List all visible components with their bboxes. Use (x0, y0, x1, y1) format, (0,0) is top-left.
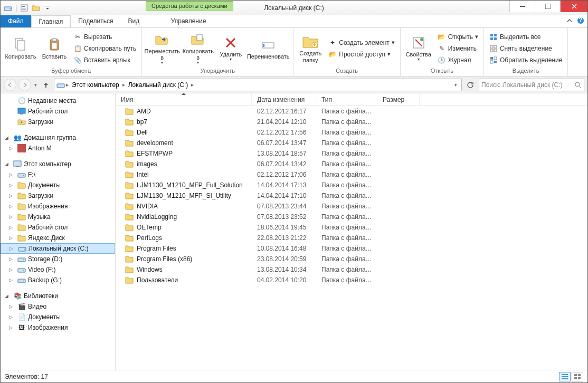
properties-button[interactable]: Свойства▾ (404, 30, 433, 66)
copy-button[interactable]: Копировать (4, 30, 37, 66)
folder-icon (125, 171, 134, 178)
edit-button[interactable]: ✎Изменить (435, 43, 480, 54)
file-row[interactable]: EFSTMPWP13.08.2014 18:57Папка с файлами (116, 148, 587, 159)
sidebar-drive-item[interactable]: ▷Локальный диск (C:) (1, 243, 115, 254)
qat-dropdown-icon[interactable] (43, 4, 52, 12)
sidebar-library-item[interactable]: ▷🎬Видео (1, 301, 115, 312)
column-name[interactable]: Имя (116, 93, 252, 106)
paste-shortcut-button[interactable]: 📎Вставить ярлык (71, 55, 138, 65)
file-name: images (137, 160, 157, 168)
maximize-button[interactable] (535, 1, 560, 12)
view-icons-button[interactable] (572, 372, 583, 381)
search-icon[interactable] (574, 81, 582, 89)
sidebar-drive-item[interactable]: ▷F:\ (1, 169, 115, 180)
chevron-right-icon[interactable]: ▸ (66, 82, 69, 88)
file-row[interactable]: LJM1130_M1210_MFP_Full_Solution14.04.201… (116, 180, 587, 190)
breadcrumb-current[interactable]: Локальный диск (C:) (126, 81, 191, 89)
file-row[interactable]: Windows13.08.2014 10:34Папка с файлами (116, 264, 587, 275)
folder-icon (125, 108, 134, 115)
refresh-button[interactable] (464, 79, 477, 91)
delete-icon (222, 34, 239, 51)
minimize-button[interactable] (509, 1, 535, 12)
sidebar-drive-item[interactable]: ▷Изображения (1, 201, 115, 212)
tab-file[interactable]: Файл (1, 15, 31, 27)
file-row[interactable]: development06.07.2014 13:47Папка с файла… (116, 138, 587, 148)
sidebar-library-item[interactable]: ▷🖼Изображения (1, 322, 115, 333)
ribbon-collapse-icon[interactable] (566, 17, 573, 24)
file-row[interactable]: LJM1130_M1210_MFP_SI_Utility14.04.2014 1… (116, 190, 587, 201)
history-dropdown-icon[interactable]: ▾ (33, 82, 38, 88)
file-row[interactable]: NvidiaLogging07.08.2013 23:52Папка с фай… (116, 212, 587, 222)
column-date[interactable]: Дата изменения (252, 93, 316, 106)
file-row[interactable]: OETemp18.06.2014 19:45Папка с файлами (116, 222, 587, 233)
sidebar-drive-item[interactable]: ▷Рабочий стол (1, 222, 115, 233)
sidebar-libraries[interactable]: ◢📚Библиотеки (1, 291, 115, 301)
sidebar-drive-item[interactable]: ▷Video (F:) (1, 264, 115, 275)
copy-to-button[interactable]: Копировать в▾ (181, 30, 215, 66)
sidebar-library-item[interactable]: ▷📄Документы (1, 312, 115, 322)
select-none-button[interactable]: Снять выделение (487, 43, 565, 54)
file-size (377, 269, 420, 270)
sidebar-drive-item[interactable]: ▷Документы (1, 180, 115, 190)
sidebar-user[interactable]: ▷Anton M (1, 143, 115, 154)
sidebar-homegroup[interactable]: ◢👥Домашняя группа (1, 132, 115, 143)
column-size[interactable]: Размер (377, 93, 420, 106)
sidebar-drive-item[interactable]: ▷Загрузки (1, 190, 115, 201)
move-to-button[interactable]: Переместить в▾ (145, 30, 179, 66)
sidebar-recent[interactable]: 🕓Недавние места (1, 95, 115, 106)
sidebar-this-pc[interactable]: ◢Этот компьютер (1, 159, 115, 169)
file-row[interactable]: Пользователи04.02.2014 10:20Папка с файл… (116, 275, 587, 285)
file-date: 13.08.2014 10:34 (252, 265, 316, 274)
file-row[interactable]: AMD02.12.2012 16:17Папка с файлами (116, 106, 587, 117)
sidebar-drive-item[interactable]: ▷Музыка (1, 212, 115, 222)
history-button[interactable]: 🕓Журнал (435, 55, 480, 65)
help-icon[interactable]: ? (577, 17, 584, 24)
delete-button[interactable]: Удалить▾ (217, 30, 244, 66)
copy-path-button[interactable]: 📋Скопировать путь (71, 43, 138, 54)
tab-home[interactable]: Главная (31, 15, 71, 27)
address-dropdown-icon[interactable]: ▾ (452, 82, 459, 88)
file-row[interactable]: Dell02.12.2012 17:56Папка с файлами (116, 127, 587, 138)
invert-selection-button[interactable]: Обратить выделение (487, 55, 565, 65)
new-folder-button[interactable]: Создать папку (297, 30, 324, 66)
sidebar-downloads[interactable]: Загрузки (1, 117, 115, 127)
back-button[interactable] (4, 79, 16, 91)
svg-point-21 (420, 38, 423, 41)
sidebar-desktop[interactable]: Рабочий стол (1, 106, 115, 117)
column-type[interactable]: Тип (316, 93, 377, 106)
properties-icon[interactable] (20, 4, 29, 12)
new-item-button[interactable]: ✦Создать элемент ▾ (326, 37, 397, 48)
tab-view[interactable]: Вид (120, 15, 147, 27)
close-button[interactable] (560, 1, 587, 12)
search-input[interactable] (479, 79, 584, 91)
open-button[interactable]: 📂Открыть ▾ (435, 32, 480, 42)
sidebar-drive-item[interactable]: ▷Storage (D:) (1, 254, 115, 264)
file-row[interactable]: images06.07.2014 13:42Папка с файлами (116, 159, 587, 169)
file-row[interactable]: Program Files (x86)23.08.2014 20:59Папка… (116, 254, 587, 264)
easy-access-button[interactable]: 📂Простой доступ ▾ (326, 49, 397, 60)
select-all-button[interactable]: Выделить все (487, 32, 565, 42)
tab-manage[interactable]: Управление (146, 15, 231, 27)
file-row[interactable]: NVIDIA07.08.2013 23:44Папка с файлами (116, 201, 587, 212)
breadcrumb-root[interactable]: Этот компьютер (70, 81, 121, 89)
file-row[interactable]: Program Files10.08.2014 16:48Папка с фай… (116, 243, 587, 254)
view-details-button[interactable] (559, 372, 571, 381)
file-row[interactable]: Intel02.12.2012 17:06Папка с файлами (116, 169, 587, 180)
sidebar-drive-item[interactable]: ▷Backup (G:) (1, 275, 115, 285)
breadcrumb[interactable]: ▸ Этот компьютер ▸ Локальный диск (C:) ▸… (54, 79, 462, 91)
forward-button[interactable] (18, 79, 31, 91)
paste-button[interactable]: Вставить (40, 30, 69, 66)
file-row[interactable]: PerfLogs22.08.2013 21:22Папка с файлами (116, 233, 587, 243)
drive-icon (17, 234, 26, 242)
quick-access-toolbar: | (1, 4, 52, 12)
tab-share[interactable]: Поделиться (71, 15, 120, 27)
chevron-right-icon[interactable]: ▸ (122, 82, 125, 88)
rename-button[interactable]: Переименовать (246, 30, 290, 66)
chevron-right-icon[interactable]: ▸ (191, 82, 194, 88)
new-folder-icon[interactable] (32, 4, 40, 12)
sidebar-drive-item[interactable]: ▷Яндекс.Диск (1, 233, 115, 243)
up-button[interactable] (40, 79, 52, 91)
file-row[interactable]: bp721.04.2014 12:10Папка с файлами (116, 117, 587, 127)
search-field[interactable] (481, 81, 574, 89)
cut-button[interactable]: ✂Вырезать (71, 32, 138, 42)
